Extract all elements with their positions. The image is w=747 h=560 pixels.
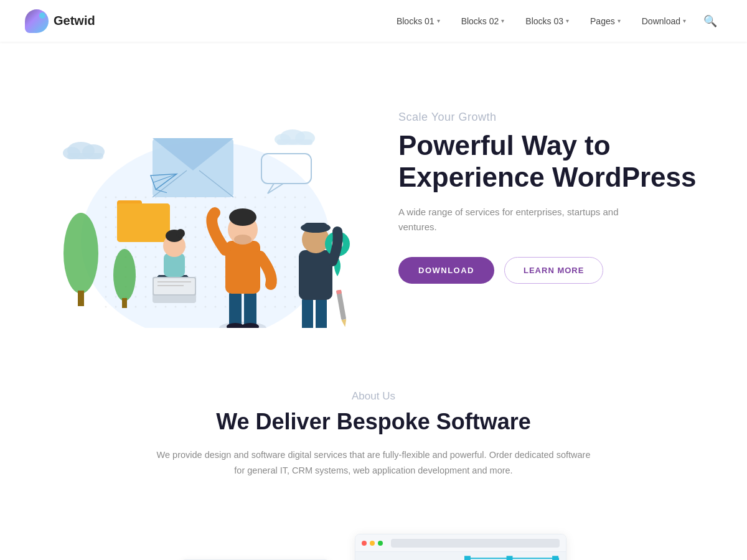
svg-point-31 [176,229,185,238]
browser-mockup [355,534,566,560]
browser-url-bar [391,539,560,548]
nav-item-blocks02[interactable]: Blocks 02 ▾ [453,11,514,31]
hero-description: A wide range of services for enterprises… [398,205,635,235]
about-title: We Deliver Bespoke Software [25,409,722,435]
about-section: About Us We Deliver Bespoke Software We … [0,353,747,534]
browser-bar [355,534,566,552]
svg-rect-47 [302,297,313,328]
svg-rect-68 [507,556,513,560]
svg-rect-54 [304,223,327,231]
browser-dot-red [362,541,367,546]
nav-links: Blocks 01 ▾ Blocks 02 ▾ Blocks 03 ▾ Page… [388,9,722,33]
svg-rect-64 [464,556,471,560]
search-icon[interactable]: 🔍 [698,9,722,33]
learn-more-button[interactable]: LEARN MORE [504,257,603,284]
svg-rect-6 [67,153,103,159]
hero-section: Scale Your Growth Powerful Way toExperie… [0,42,747,353]
chevron-down-icon: ▾ [501,17,504,24]
logo-text: Getwid [54,14,95,28]
svg-rect-26 [117,203,170,242]
svg-rect-57 [336,290,346,320]
nav-item-pages[interactable]: Pages ▾ [581,11,629,31]
hero-subtitle: Scale Your Growth [398,111,710,124]
svg-rect-39 [244,291,256,328]
download-button[interactable]: DOWNLOAD [398,257,494,284]
about-subtitle: About Us [25,390,722,403]
svg-point-22 [113,249,136,301]
svg-point-44 [234,235,251,245]
svg-rect-23 [122,298,127,308]
svg-rect-48 [316,297,327,328]
navbar: Getwid Blocks 01 ▾ Blocks 02 ▾ Blocks 03… [0,0,747,42]
logo[interactable]: Getwid [25,9,95,33]
chevron-down-icon: ▾ [437,17,440,24]
hero-buttons: DOWNLOAD LEARN MORE [398,257,710,284]
svg-marker-58 [341,319,347,327]
nav-item-blocks01[interactable]: Blocks 01 ▾ [388,11,449,31]
hero-title: Powerful Way toExperience WordPress [398,130,710,193]
svg-point-45 [229,208,256,226]
browser-dot-green [378,541,383,546]
nav-item-blocks03[interactable]: Blocks 03 ▾ [517,11,578,31]
svg-rect-65 [552,556,558,560]
bottom-section: ⊞ ICON BOX ▭ BANNER ⊟ TABS ▣ SECTION ◫ I… [0,534,747,560]
svg-rect-21 [78,291,84,306]
logo-icon [25,9,49,33]
browser-content [355,552,566,560]
chevron-down-icon: ▾ [618,17,621,24]
svg-point-20 [63,213,98,294]
nav-item-download[interactable]: Download ▾ [633,11,695,31]
svg-rect-51 [299,250,332,300]
chevron-down-icon: ▾ [683,17,686,24]
about-description: We provide design and software digital s… [156,447,591,478]
hero-content: Scale Your Growth Powerful Way toExperie… [374,111,710,283]
hero-illustration [25,67,374,328]
browser-dot-yellow [370,541,375,546]
svg-rect-38 [229,291,242,328]
svg-rect-10 [277,139,312,145]
chevron-down-icon: ▾ [566,17,569,24]
